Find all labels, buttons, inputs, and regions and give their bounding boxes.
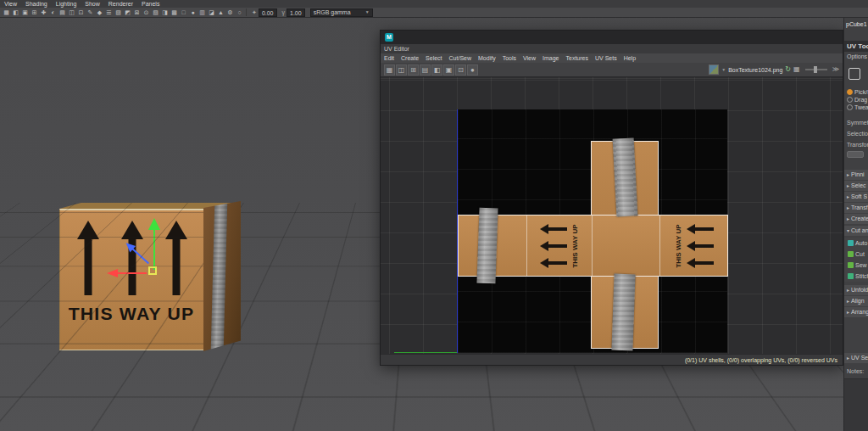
manipulator-x-arrowhead[interactable] xyxy=(107,269,118,277)
toolbar-icon[interactable]: ◪ xyxy=(207,8,216,17)
toolbar-icon[interactable]: ◫ xyxy=(396,64,407,76)
toolbar-icon[interactable]: ◧ xyxy=(11,8,20,17)
menu-item[interactable]: Shading xyxy=(21,1,52,7)
menu-item[interactable]: Show xyxy=(81,1,104,7)
toolbar-icon[interactable]: ◆ xyxy=(95,8,104,17)
manipulator-center-handle[interactable] xyxy=(148,266,157,275)
uv-editor-toolbar: ▦◫⊞▤◧▣⊡● ▼ BoxTexture1024.png ↻ ▦ ≫ xyxy=(381,63,843,77)
refresh-icon[interactable]: ↻ xyxy=(785,64,791,75)
section-header[interactable]: Selec xyxy=(844,181,868,191)
section-header[interactable]: Create xyxy=(844,214,868,224)
section-header[interactable]: Align xyxy=(844,296,868,306)
tool-button[interactable]: Auto xyxy=(844,238,868,249)
tool-button[interactable]: Stitch xyxy=(844,271,868,282)
toolbar-icon[interactable]: ⊞ xyxy=(30,8,39,17)
toolbar-icon[interactable]: ▨ xyxy=(114,8,123,17)
toolbar-icon[interactable]: ▤ xyxy=(58,8,67,17)
toolbar-icon[interactable]: ☰ xyxy=(104,8,114,17)
toolbar-icon[interactable]: ◐ xyxy=(48,8,58,17)
toolbar-icon[interactable]: ● xyxy=(467,64,478,76)
toolbar-icon[interactable]: ⊙ xyxy=(142,8,151,17)
uv-face-left[interactable]: THIS WAY UP xyxy=(526,216,592,276)
toolbar-icon[interactable]: ▤ xyxy=(420,64,431,76)
gamma-field[interactable]: 1.00 xyxy=(287,8,305,17)
menu-item[interactable]: View xyxy=(520,55,539,61)
chevron-down-icon[interactable]: ▼ xyxy=(721,67,726,72)
toolbar-icon[interactable]: ▣ xyxy=(443,64,454,76)
menu-item[interactable]: Panels xyxy=(137,1,164,7)
toolbar-icon[interactable]: ○ xyxy=(235,8,244,17)
menu-item[interactable]: Image xyxy=(539,55,562,61)
image-dim-slider[interactable] xyxy=(805,69,827,70)
section-header-cut-sew[interactable]: Cut an xyxy=(844,226,868,236)
marquee-select-icon[interactable] xyxy=(849,68,860,80)
notes-area[interactable] xyxy=(844,378,868,431)
toolbar-icon[interactable]: ⊡ xyxy=(76,8,86,17)
toolbar-icon[interactable]: ▧ xyxy=(151,8,160,17)
object-name[interactable]: pCube1 xyxy=(846,21,867,27)
menu-item[interactable]: Lighting xyxy=(52,1,81,7)
uv-seam[interactable] xyxy=(592,216,593,276)
menu-item[interactable]: Create xyxy=(398,55,422,61)
toolbar-icon[interactable]: ▣ xyxy=(20,8,30,17)
toolbar-icon[interactable]: ✎ xyxy=(86,8,95,17)
section-header[interactable]: Transf xyxy=(844,203,868,213)
toolbar-icon[interactable]: ◫ xyxy=(67,8,76,17)
menu-item[interactable]: Help xyxy=(620,55,639,61)
uv-editor-titlebar[interactable]: M xyxy=(381,31,843,44)
colorspace-dropdown[interactable]: sRGB gamma ▼ xyxy=(310,8,373,17)
toolbar-icon[interactable]: ▩ xyxy=(170,8,179,17)
menu-item[interactable]: Tools xyxy=(499,55,520,61)
menu-item[interactable]: Textures xyxy=(563,55,592,61)
menu-item[interactable]: Select xyxy=(422,55,445,61)
mode-radio[interactable]: Pick/M xyxy=(847,88,868,96)
manipulator-y-arrowhead[interactable] xyxy=(148,218,160,230)
box-side-face[interactable] xyxy=(203,201,241,351)
up-arrow-icon xyxy=(77,221,99,295)
toolbar-icon[interactable]: ◨ xyxy=(160,8,170,17)
toolbar-icon[interactable]: ◧ xyxy=(431,64,442,76)
uv-canvas[interactable]: THIS WAY UP THIS WAY UP xyxy=(381,77,843,354)
toolbar-icon[interactable]: ▲ xyxy=(216,8,225,17)
uv-shell-side-band[interactable]: THIS WAY UP THIS WAY UP xyxy=(458,215,728,277)
expand-icon[interactable]: ≫ xyxy=(832,64,839,75)
menu-item[interactable]: Cut/Sew xyxy=(446,55,475,61)
grid-icon[interactable]: ▦ xyxy=(793,64,800,75)
manipulator-y-axis[interactable] xyxy=(153,229,155,270)
exposure-field[interactable]: 0.00 xyxy=(259,8,277,17)
section-header[interactable]: Arrang xyxy=(844,307,868,317)
box-front-face[interactable]: THIS WAY UP xyxy=(59,209,203,350)
toolbar-icon[interactable]: ⚙ xyxy=(225,8,235,17)
toolbar-icon[interactable]: ◩ xyxy=(123,8,132,17)
menu-item[interactable]: Renderer xyxy=(104,1,137,7)
toolbar-icon[interactable]: ▦ xyxy=(2,8,11,17)
texture-name[interactable]: BoxTexture1024.png xyxy=(728,67,782,73)
menu-item[interactable]: View xyxy=(0,1,21,7)
section-header-uv-sets[interactable]: UV Se xyxy=(844,353,868,363)
mode-radio[interactable]: Tweak xyxy=(847,104,868,111)
mode-radio[interactable]: Drag xyxy=(847,96,868,104)
tool-button[interactable]: Sew xyxy=(844,260,868,271)
tool-button[interactable]: Cut xyxy=(844,249,868,260)
options-label[interactable]: Options xyxy=(847,53,867,59)
toolbar-icon[interactable]: ✚ xyxy=(39,8,48,17)
slider-thumb[interactable] xyxy=(814,66,817,73)
toolkit-button[interactable] xyxy=(847,151,864,158)
toolbar-icon[interactable]: ▦ xyxy=(384,64,395,76)
menu-item[interactable]: Modify xyxy=(475,55,499,61)
manipulator-x-axis[interactable] xyxy=(118,272,147,274)
toolbar-icon[interactable]: □ xyxy=(179,8,188,17)
tape-strip xyxy=(613,137,638,216)
section-header[interactable]: Pinni xyxy=(844,170,868,180)
toolbar-icon[interactable]: ▥ xyxy=(198,8,207,17)
menu-item[interactable]: Edit xyxy=(381,55,398,61)
uv-face-right[interactable]: THIS WAY UP xyxy=(659,216,728,276)
section-header[interactable]: Unfold xyxy=(844,285,868,295)
menu-item[interactable]: UV Sets xyxy=(592,55,620,61)
section-header[interactable]: Soft S xyxy=(844,192,868,202)
toolbar-icon[interactable]: ⊠ xyxy=(132,8,142,17)
toolbar-icon[interactable]: ● xyxy=(188,8,198,17)
toolbar-icon[interactable]: ⊡ xyxy=(455,64,466,76)
toolbar-icon[interactable]: ⊞ xyxy=(408,64,419,76)
texture-thumbnail-icon[interactable] xyxy=(709,64,719,75)
